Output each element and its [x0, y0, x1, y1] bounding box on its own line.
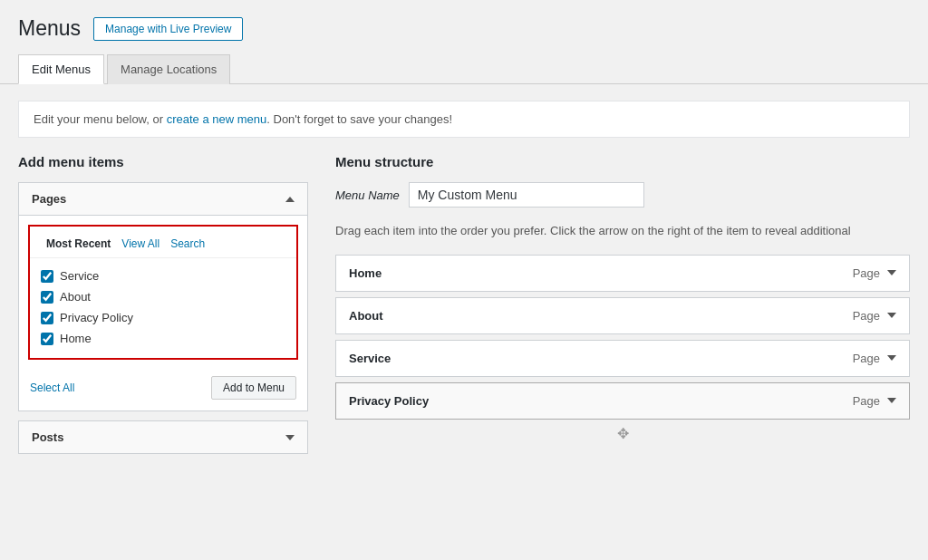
- menu-item-home-type: Page: [853, 266, 896, 280]
- pages-accordion-label: Pages: [32, 192, 66, 206]
- menu-items-list: Home Page About Page Service: [335, 255, 910, 442]
- posts-accordion: Posts: [18, 420, 308, 454]
- menu-structure-title: Menu structure: [335, 154, 910, 169]
- create-new-menu-link[interactable]: create a new menu: [167, 112, 267, 126]
- drag-instruction: Drag each item into the order you prefer…: [335, 222, 910, 240]
- menu-name-label: Menu Name: [335, 188, 400, 202]
- menu-item-home-name: Home: [349, 266, 382, 280]
- menu-item-home[interactable]: Home Page: [335, 255, 910, 292]
- pages-actions: Select All Add to Menu: [19, 369, 307, 410]
- list-item: About: [41, 286, 285, 307]
- info-text-after: . Don't forget to save your changes!: [266, 112, 452, 126]
- posts-accordion-label: Posts: [32, 430, 63, 444]
- tab-manage-locations[interactable]: Manage Locations: [107, 54, 230, 84]
- privacy-policy-label: Privacy Policy: [60, 311, 133, 324]
- menu-item-about[interactable]: About Page: [335, 297, 910, 334]
- about-checkbox[interactable]: [41, 291, 53, 304]
- privacy-policy-checkbox[interactable]: [41, 312, 53, 324]
- menu-item-about-name: About: [349, 309, 383, 323]
- add-to-menu-button[interactable]: Add to Menu: [211, 376, 296, 400]
- menu-item-privacy-policy-name: Privacy Policy: [349, 394, 429, 408]
- pages-sub-tabs: Most Recent View All Search: [30, 227, 296, 258]
- pages-tab-view-all[interactable]: View All: [116, 236, 165, 252]
- menu-item-service-name: Service: [349, 352, 391, 365]
- posts-accordion-arrow-down-icon: [285, 435, 295, 440]
- menu-name-row: Menu Name: [335, 182, 910, 208]
- chevron-down-icon[interactable]: [887, 313, 896, 318]
- list-item: Service: [41, 266, 285, 286]
- menu-name-input[interactable]: [409, 182, 644, 208]
- chevron-down-icon[interactable]: [887, 270, 896, 275]
- info-bar: Edit your menu below, or create a new me…: [18, 101, 910, 138]
- list-item: Home: [41, 328, 285, 349]
- chevron-down-icon[interactable]: [887, 355, 896, 361]
- right-column: Menu structure Menu Name Drag each item …: [335, 154, 910, 454]
- info-text-before: Edit your menu below, or: [34, 112, 167, 126]
- menu-item-privacy-policy[interactable]: Privacy Policy Page: [335, 382, 910, 420]
- pages-accordion-arrow-up-icon: [285, 197, 295, 202]
- about-label: About: [60, 290, 91, 304]
- left-column: Add menu items Pages Most Recent View Al…: [18, 154, 308, 454]
- page-wrapper: Menus Manage with Live Preview Edit Menu…: [0, 0, 928, 560]
- list-item: Privacy Policy: [41, 307, 285, 328]
- pages-tab-most-recent[interactable]: Most Recent: [41, 236, 116, 252]
- select-all-link[interactable]: Select All: [30, 381, 74, 394]
- home-checkbox[interactable]: [41, 333, 53, 345]
- menu-item-service[interactable]: Service Page: [335, 340, 910, 377]
- page-header: Menus Manage with Live Preview: [0, 0, 928, 41]
- chevron-down-icon[interactable]: [887, 398, 896, 403]
- tab-edit-menus[interactable]: Edit Menus: [18, 54, 104, 84]
- pages-accordion: Pages Most Recent View All Search: [18, 182, 308, 411]
- main-content: Add menu items Pages Most Recent View Al…: [0, 154, 928, 472]
- pages-accordion-header[interactable]: Pages: [19, 183, 307, 216]
- page-title: Menus: [18, 16, 81, 41]
- menu-item-privacy-policy-type: Page: [853, 394, 896, 408]
- pages-tab-search[interactable]: Search: [165, 236, 210, 252]
- add-menu-items-title: Add menu items: [18, 154, 308, 169]
- live-preview-button[interactable]: Manage with Live Preview: [93, 17, 243, 41]
- home-label: Home: [60, 332, 92, 345]
- pages-list: Service About Privacy Policy Home: [30, 258, 296, 358]
- menu-item-service-type: Page: [853, 352, 896, 365]
- pages-inner-panel: Most Recent View All Search Service Abou…: [28, 225, 298, 360]
- service-label: Service: [60, 269, 99, 283]
- drag-icon: ✥: [335, 425, 910, 442]
- menu-item-about-type: Page: [853, 309, 896, 323]
- service-checkbox[interactable]: [41, 270, 53, 283]
- tabs-bar: Edit Menus Manage Locations: [0, 41, 928, 84]
- posts-accordion-header[interactable]: Posts: [19, 421, 307, 453]
